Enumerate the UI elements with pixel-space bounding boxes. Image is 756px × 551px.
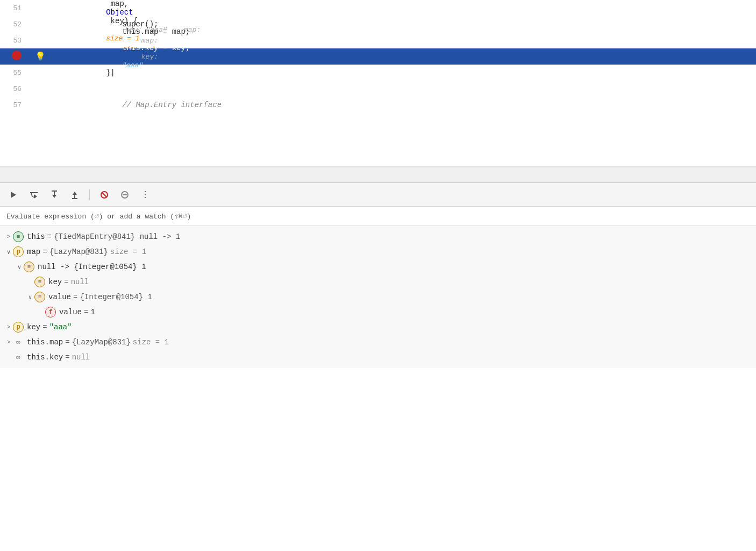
expand-map[interactable] bbox=[4, 249, 13, 256]
step-out-icon bbox=[70, 190, 80, 200]
var-val-this-map: {LazyMap@831} bbox=[72, 338, 131, 347]
expand-this[interactable] bbox=[4, 234, 13, 240]
var-tree: ≡ this = {TiedMapEntry@841} null -> 1 p … bbox=[0, 226, 756, 368]
line-number-51: 51 bbox=[0, 4, 32, 12]
line-number-52: 52 bbox=[0, 20, 32, 29]
var-icon-this-key: ∞ bbox=[13, 352, 24, 363]
var-row-map[interactable]: p map = {LazyMap@831} size = 1 bbox=[0, 244, 756, 259]
expand-null-entry[interactable] bbox=[15, 264, 24, 271]
expand-value-entry[interactable] bbox=[26, 294, 34, 301]
var-icon-this: ≡ bbox=[13, 231, 24, 242]
var-row-this[interactable]: ≡ this = {TiedMapEntry@841} null -> 1 bbox=[0, 229, 756, 244]
line-number-56: 56 bbox=[0, 85, 32, 93]
step-into-button[interactable] bbox=[46, 187, 62, 203]
svg-marker-4 bbox=[52, 195, 56, 198]
line-number-55: 55 bbox=[0, 69, 32, 77]
var-name-map: map bbox=[27, 248, 40, 256]
var-row-this-map[interactable]: ∞ this.map = {LazyMap@831} size = 1 bbox=[0, 335, 756, 350]
var-row-value-entry[interactable]: ≡ value = {Integer@1054} 1 bbox=[0, 289, 756, 305]
var-name-this-map: this.map bbox=[27, 338, 63, 347]
var-val-key: "aaa" bbox=[49, 323, 72, 331]
var-row-null-entry[interactable]: ≡ null -> {Integer@1054} 1 bbox=[0, 259, 756, 274]
eval-bar[interactable]: Evaluate expression (⏎) or add a watch (… bbox=[0, 207, 756, 226]
var-icon-null-key: ≡ bbox=[34, 277, 45, 287]
var-row-value-inner[interactable]: f value = 1 bbox=[0, 305, 756, 320]
line-number-57: 57 bbox=[0, 101, 32, 109]
var-val-value-entry: {Integer@1054} 1 bbox=[80, 293, 152, 301]
var-name-value-entry: value bbox=[48, 293, 71, 301]
var-name-value-inner: value bbox=[59, 308, 82, 316]
lightbulb-icon: 💡 bbox=[35, 51, 46, 62]
var-icon-value-inner: f bbox=[45, 307, 56, 317]
var-val-this: {TiedMapEntry@841} null -> 1 bbox=[54, 232, 180, 241]
var-type-this-map: size = 1 bbox=[133, 338, 169, 347]
toolbar-sep-1 bbox=[89, 189, 90, 200]
clear-button[interactable] bbox=[117, 187, 133, 203]
code-line-55: 55 }| bbox=[0, 65, 756, 81]
reset-icon bbox=[99, 190, 109, 200]
breakpoint-icon bbox=[12, 51, 22, 60]
more-icon: ⋮ bbox=[141, 189, 149, 200]
var-row-null-key[interactable]: ≡ key = null bbox=[0, 274, 756, 289]
variables-panel: ≡ this = {TiedMapEntry@841} null -> 1 p … bbox=[0, 226, 756, 368]
code-content-57: // Map.Entry interface bbox=[48, 92, 756, 118]
eval-bar-text: Evaluate expression (⏎) or add a watch (… bbox=[6, 212, 191, 221]
step-into-icon bbox=[49, 190, 59, 200]
var-name-null-entry: null -> {Integer@1054} 1 bbox=[38, 263, 146, 271]
code-line-57: 57 // Map.Entry interface bbox=[0, 97, 756, 113]
var-val-null-key: null bbox=[71, 278, 89, 286]
resume-button[interactable] bbox=[5, 187, 22, 203]
code-editor: 51 public TiedMapEntry( Map map, Object … bbox=[0, 0, 756, 167]
gutter-54: 💡 bbox=[32, 51, 48, 62]
var-name-key: key bbox=[27, 323, 40, 331]
var-name-this-key: this.key bbox=[27, 353, 63, 362]
panel-separator bbox=[0, 167, 756, 183]
svg-marker-7 bbox=[73, 192, 77, 195]
debugger-toolbar: ⋮ bbox=[0, 183, 756, 207]
step-over-icon bbox=[29, 190, 39, 200]
var-icon-value-entry: ≡ bbox=[34, 292, 45, 302]
more-button[interactable]: ⋮ bbox=[137, 187, 153, 203]
step-out-button[interactable] bbox=[67, 187, 83, 203]
var-val-this-key: null bbox=[72, 353, 90, 362]
step-over-button[interactable] bbox=[26, 187, 42, 203]
var-val-map: {LazyMap@831} bbox=[49, 248, 108, 256]
var-row-this-key[interactable]: ∞ this.key = null bbox=[0, 350, 756, 365]
var-icon-this-map: ∞ bbox=[13, 337, 24, 348]
line-number-54 bbox=[0, 51, 32, 62]
line-number-53: 53 bbox=[0, 37, 32, 45]
var-type-map: size = 1 bbox=[110, 248, 146, 256]
expand-key[interactable] bbox=[4, 324, 13, 330]
var-icon-map: p bbox=[13, 246, 24, 257]
var-row-key[interactable]: p key = "aaa" bbox=[0, 320, 756, 335]
svg-marker-2 bbox=[34, 194, 37, 199]
resume-icon bbox=[9, 190, 18, 199]
clear-icon bbox=[120, 190, 130, 200]
var-name-null-key: key bbox=[48, 278, 62, 286]
var-name-this: this bbox=[27, 232, 45, 241]
reset-button[interactable] bbox=[96, 187, 112, 203]
var-icon-null-entry: ≡ bbox=[24, 262, 34, 272]
expand-this-map[interactable] bbox=[4, 339, 13, 345]
svg-marker-0 bbox=[11, 192, 16, 198]
var-val-value-inner: 1 bbox=[90, 308, 95, 316]
var-icon-key: p bbox=[13, 322, 24, 333]
